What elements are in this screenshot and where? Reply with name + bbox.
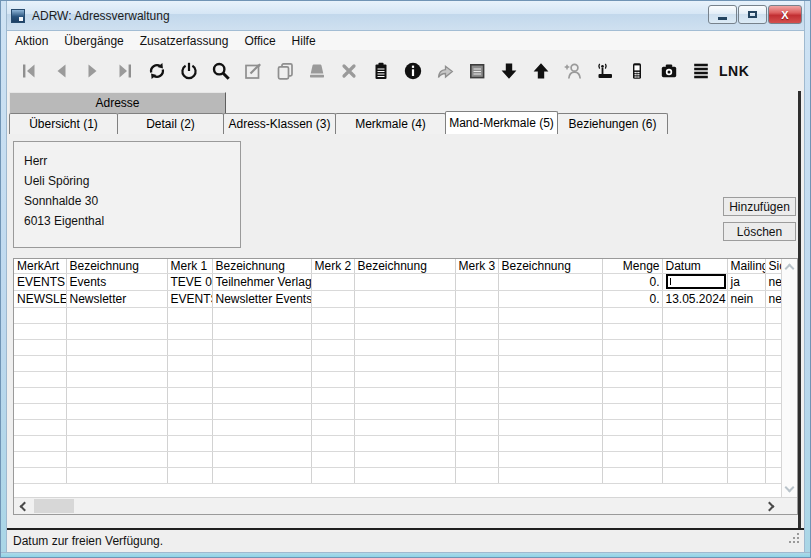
share-icon[interactable] — [429, 57, 461, 85]
column-header-merkart[interactable]: MerkArt — [14, 259, 66, 274]
column-header-bezeichnung[interactable]: Bezeichnung — [354, 259, 455, 274]
power-icon[interactable] — [173, 57, 205, 85]
datum-input[interactable] — [666, 274, 726, 289]
scroll-left-icon[interactable] — [20, 502, 30, 512]
panel-right-edge — [798, 91, 801, 530]
cell-sichtbar[interactable]: nein — [765, 274, 781, 291]
table-empty-row[interactable] — [14, 308, 781, 324]
cell-bezeichnung[interactable]: Newsletter Events — [212, 291, 311, 308]
scroll-up-icon[interactable] — [785, 264, 795, 274]
nav-first-icon[interactable] — [13, 57, 45, 85]
add-person-icon[interactable] — [557, 57, 589, 85]
cell-menge[interactable]: 0. — [602, 291, 662, 308]
table-empty-row[interactable] — [14, 452, 781, 468]
tab-adresse[interactable]: Adresse — [9, 92, 226, 113]
menu-item-zusatzerfassung[interactable]: Zusatzerfassung — [132, 32, 237, 50]
scroll-down-icon[interactable] — [785, 483, 795, 493]
nav-next-icon[interactable] — [77, 57, 109, 85]
column-header-mailing[interactable]: Mailing — [727, 259, 765, 274]
cell-bezeichnung[interactable]: Teilnehmer Verlagse — [212, 274, 311, 291]
column-header-sichtbar[interactable]: Sichtbar — [765, 259, 781, 274]
clipboard-icon[interactable] — [365, 57, 397, 85]
stamp-icon[interactable] — [301, 57, 333, 85]
table-empty-row[interactable] — [14, 420, 781, 436]
tab-merkmale[interactable]: Merkmale (4) — [335, 113, 446, 134]
arrow-up-icon[interactable] — [525, 57, 557, 85]
tab-mand-merkmale[interactable]: Mand-Merkmale (5) — [445, 111, 558, 134]
mobile-phone-icon[interactable] — [621, 57, 653, 85]
nav-last-icon[interactable] — [109, 57, 141, 85]
table-empty-row[interactable] — [14, 388, 781, 404]
menu-item-office[interactable]: Office — [236, 32, 283, 50]
cell-datum[interactable] — [662, 274, 727, 291]
column-header-bezeichnung[interactable]: Bezeichnung — [498, 259, 602, 274]
nav-previous-icon[interactable] — [45, 57, 77, 85]
table-row[interactable]: NEWSLETNewsletterEVENTSNewsletter Events… — [14, 291, 781, 308]
column-header-merk-3[interactable]: Merk 3 — [455, 259, 498, 274]
cell-bezeichnung[interactable] — [354, 291, 455, 308]
cell-datum[interactable]: 13.05.2024 — [662, 291, 727, 308]
search-icon[interactable] — [205, 57, 237, 85]
table-empty-row[interactable] — [14, 468, 781, 484]
menu-list-icon[interactable] — [685, 57, 717, 85]
cell-sichtbar[interactable]: nein — [765, 291, 781, 308]
column-header-datum[interactable]: Datum — [662, 259, 727, 274]
menu-item-berg-nge[interactable]: Übergänge — [56, 32, 131, 50]
column-header-bezeichnung[interactable]: Bezeichnung — [212, 259, 311, 274]
refresh-icon[interactable] — [141, 57, 173, 85]
camera-icon[interactable] — [653, 57, 685, 85]
table-empty-row[interactable] — [14, 324, 781, 340]
horizontal-scrollbar[interactable] — [14, 497, 797, 514]
maximize-button[interactable] — [738, 5, 767, 24]
column-header-bezeichnung[interactable]: Bezeichnung — [66, 259, 167, 274]
tab-beziehungen[interactable]: Beziehungen (6) — [557, 113, 668, 134]
title-bar[interactable]: ADRW: Adressverwaltung X — [1, 1, 811, 31]
arrow-down-icon[interactable] — [493, 57, 525, 85]
tab-uebersicht[interactable]: Übersicht (1) — [9, 113, 118, 134]
minimize-button[interactable] — [708, 5, 737, 24]
cell-merkart[interactable]: EVENTS — [14, 274, 66, 291]
cell-mailing[interactable]: ja — [727, 274, 765, 291]
horizontal-scroll-thumb[interactable] — [34, 499, 74, 513]
column-header-merk-1[interactable]: Merk 1 — [167, 259, 212, 274]
add-button[interactable]: Hinzufügen — [723, 197, 796, 216]
table-row[interactable]: EVENTSEventsTEVE 08Teilnehmer Verlagse0.… — [14, 274, 781, 291]
table-empty-row[interactable] — [14, 340, 781, 356]
close-button[interactable]: X — [768, 5, 802, 24]
tab-detail[interactable]: Detail (2) — [117, 113, 224, 134]
scroll-right-icon[interactable] — [765, 502, 775, 512]
delete-button[interactable]: Löschen — [723, 222, 796, 241]
cell-bezeichnung[interactable] — [498, 291, 602, 308]
cell-mailing[interactable]: nein — [727, 291, 765, 308]
table-empty-row[interactable] — [14, 404, 781, 420]
table-empty-row[interactable] — [14, 356, 781, 372]
column-header-menge[interactable]: Menge — [602, 259, 662, 274]
cell-merk-3[interactable] — [455, 291, 498, 308]
vertical-scrollbar[interactable] — [781, 259, 797, 497]
delete-icon[interactable] — [333, 57, 365, 85]
copy-icon[interactable] — [269, 57, 301, 85]
cell-merk-3[interactable] — [455, 274, 498, 291]
resize-grip[interactable] — [789, 533, 799, 543]
cell-merkart[interactable]: NEWSLET — [14, 291, 66, 308]
link-button[interactable]: LNK — [717, 57, 749, 85]
edit-icon[interactable] — [237, 57, 269, 85]
cell-merk-1[interactable]: EVENTS — [167, 291, 212, 308]
info-icon[interactable] — [397, 57, 429, 85]
cell-merk-2[interactable] — [311, 291, 354, 308]
cell-menge[interactable]: 0. — [602, 274, 662, 291]
cell-bezeichnung[interactable] — [498, 274, 602, 291]
column-header-merk-2[interactable]: Merk 2 — [311, 259, 354, 274]
cell-bezeichnung[interactable]: Newsletter — [66, 291, 167, 308]
cell-merk-2[interactable] — [311, 274, 354, 291]
wireless-icon[interactable] — [589, 57, 621, 85]
note-icon[interactable] — [461, 57, 493, 85]
cell-bezeichnung[interactable] — [354, 274, 455, 291]
cell-bezeichnung[interactable]: Events — [66, 274, 167, 291]
tab-adress-klassen[interactable]: Adress-Klassen (3) — [223, 113, 336, 134]
cell-merk-1[interactable]: TEVE 08 — [167, 274, 212, 291]
menu-item-hilfe[interactable]: Hilfe — [284, 32, 324, 50]
table-empty-row[interactable] — [14, 372, 781, 388]
table-empty-row[interactable] — [14, 436, 781, 452]
menu-item-aktion[interactable]: Aktion — [7, 32, 56, 50]
